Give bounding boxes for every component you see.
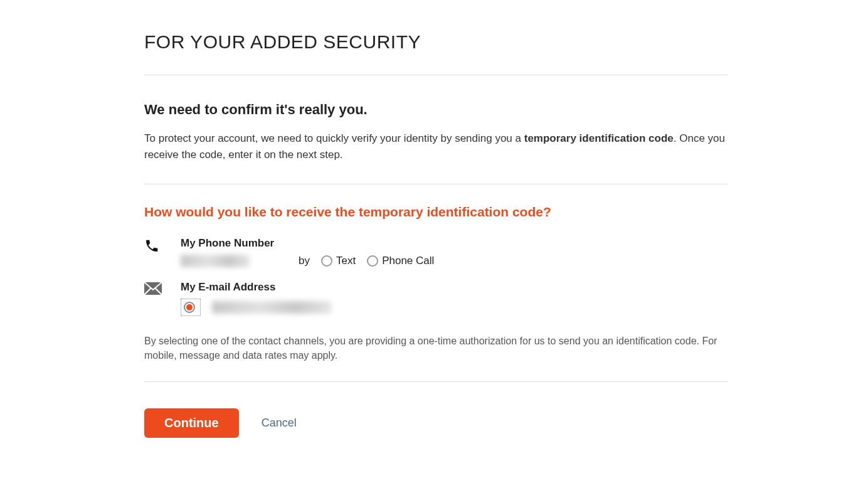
radio-email-option[interactable] bbox=[181, 299, 201, 316]
phone-option-row: My Phone Number by Text Phone Call bbox=[144, 237, 728, 267]
radio-text-label: Text bbox=[336, 255, 356, 267]
confirm-heading: We need to confirm it's really you. bbox=[144, 102, 728, 118]
question-heading: How would you like to receive the tempor… bbox=[144, 204, 728, 220]
phone-label: My Phone Number bbox=[181, 237, 728, 250]
radio-email-circle[interactable] bbox=[184, 302, 195, 313]
radio-text-circle[interactable] bbox=[321, 255, 332, 267]
cancel-link[interactable]: Cancel bbox=[262, 416, 297, 430]
email-address-masked bbox=[212, 301, 331, 314]
disclaimer-text: By selecting one of the contact channels… bbox=[144, 334, 728, 363]
divider bbox=[144, 75, 728, 75]
email-option-row: My E-mail Address bbox=[144, 281, 728, 316]
radio-call-label: Phone Call bbox=[382, 255, 434, 267]
email-label: My E-mail Address bbox=[181, 281, 728, 294]
continue-button[interactable]: Continue bbox=[144, 408, 239, 438]
divider bbox=[144, 184, 728, 184]
radio-call-option[interactable]: Phone Call bbox=[367, 255, 434, 267]
page-title: FOR YOUR ADDED SECURITY bbox=[144, 31, 728, 53]
by-label: by bbox=[299, 255, 310, 267]
intro-bold: temporary identification code bbox=[524, 132, 674, 144]
radio-call-circle[interactable] bbox=[367, 255, 378, 267]
radio-text-option[interactable]: Text bbox=[321, 255, 356, 267]
email-icon bbox=[144, 281, 181, 295]
action-row: Continue Cancel bbox=[144, 408, 728, 438]
phone-icon bbox=[144, 237, 181, 253]
intro-pre: To protect your account, we need to quic… bbox=[144, 132, 524, 144]
phone-number-masked bbox=[181, 255, 250, 267]
security-verification-panel: FOR YOUR ADDED SECURITY We need to confi… bbox=[144, 31, 728, 438]
divider bbox=[144, 381, 728, 382]
intro-description: To protect your account, we need to quic… bbox=[144, 130, 728, 164]
